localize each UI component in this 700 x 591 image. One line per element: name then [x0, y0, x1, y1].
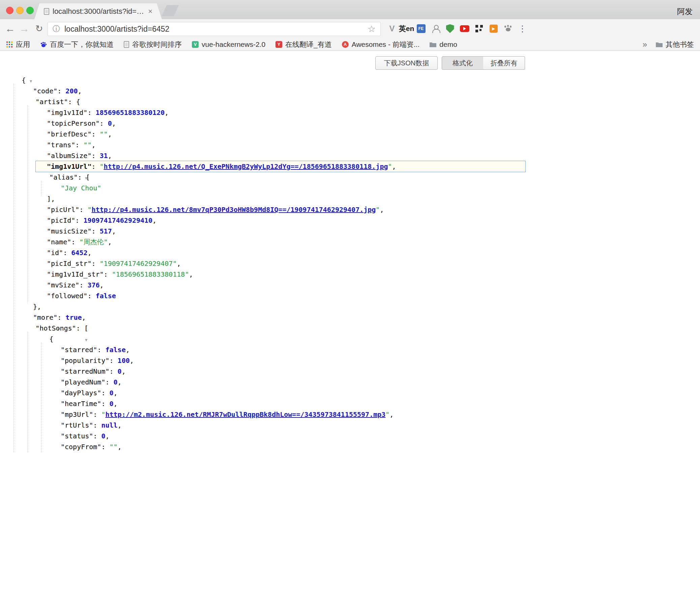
json-token: ,: [392, 162, 396, 170]
bookmark-google-sort[interactable]: 谷歌按时间排序: [124, 40, 182, 49]
bookmark-youdao-translate[interactable]: Y 在线翻译_有道: [275, 40, 332, 49]
qr-code-icon: [475, 25, 483, 32]
bookmark-label: demo: [439, 40, 457, 49]
json-line: "popularity": 100,: [0, 355, 700, 366]
bookmark-vue-hackernews[interactable]: V vue-hackernews-2.0: [192, 40, 265, 49]
json-token: :: [78, 173, 86, 181]
json-token: ,: [114, 400, 118, 408]
other-bookmarks-folder[interactable]: 其他书签: [656, 40, 694, 49]
site-info-icon[interactable]: ⓘ: [53, 24, 60, 34]
collapse-arrow-icon[interactable]: ▼: [85, 338, 87, 342]
json-token: :: [68, 98, 76, 106]
json-line: "img1v1Id": 18569651883380120,: [0, 107, 700, 118]
json-token: "picId_str": [47, 259, 91, 268]
youtube-extension-icon[interactable]: [459, 22, 470, 35]
json-token: ,: [165, 108, 169, 117]
tab-close-icon[interactable]: ×: [148, 7, 152, 16]
tree-guide-line: [27, 332, 28, 452]
reload-button[interactable]: ↻: [32, 22, 46, 35]
person-icon: [432, 25, 439, 32]
paw-extension-icon[interactable]: [502, 22, 514, 35]
json-token: :: [91, 259, 99, 268]
json-token: ,: [126, 346, 130, 354]
qr-extension-icon[interactable]: [473, 22, 485, 35]
json-token: 376: [87, 281, 99, 289]
bookmark-apps[interactable]: 应用: [6, 40, 30, 49]
json-token: ,: [118, 378, 122, 386]
bookmark-label: 在线翻译_有道: [285, 40, 332, 49]
url-text[interactable]: localhost:3000/artists?id=6452: [64, 25, 169, 34]
json-token: :: [97, 346, 105, 354]
json-token: :: [87, 108, 95, 117]
json-token: ,: [78, 87, 82, 95]
browser-tab[interactable]: localhost:3000/artists?id=645 ×: [34, 3, 162, 19]
apps-grid-icon: [6, 41, 13, 48]
browser-menu-button[interactable]: ⋮: [517, 22, 528, 35]
json-token: :: [79, 281, 87, 289]
json-token: :: [71, 238, 79, 246]
collapse-arrow-icon[interactable]: ▼: [30, 79, 32, 84]
format-button[interactable]: 格式化: [442, 56, 484, 70]
forward-button[interactable]: →: [18, 22, 31, 35]
json-url-link[interactable]: http://m2.music.126.net/RMJR7wDullRqppBk…: [105, 410, 385, 418]
json-token: ,: [87, 249, 91, 257]
json-token: ,: [114, 389, 118, 397]
extension-v-icon[interactable]: V: [386, 22, 398, 35]
json-token: ,: [380, 206, 384, 214]
fe-extension-icon[interactable]: FE: [415, 22, 427, 35]
close-window-button[interactable]: [6, 7, 13, 14]
json-token: :: [93, 432, 101, 440]
profile-extension-icon[interactable]: [430, 22, 441, 35]
download-json-button[interactable]: 下载JSON数据: [375, 56, 438, 70]
json-url-link[interactable]: http://p4.music.126.net/Q_ExePNkmgB2yWyL…: [104, 162, 388, 170]
json-line: "picId_str": "19097417462929407",: [0, 258, 700, 269]
shield-extension-icon[interactable]: [444, 22, 456, 35]
json-line: "hearTime": 0,: [0, 398, 700, 409]
minimize-window-button[interactable]: [16, 7, 24, 14]
json-token: "rtUrls": [61, 421, 93, 429]
folder-icon: [656, 41, 663, 48]
json-token: ,: [152, 216, 156, 224]
json-token: 0: [114, 378, 118, 386]
json-token: "img1v1Id": [47, 108, 87, 117]
address-bar[interactable]: ⓘ localhost:3000/artists?id=6452 ☆: [48, 22, 381, 36]
json-token: "starred": [61, 346, 97, 354]
bookmark-label: 谷歌按时间排序: [132, 40, 182, 49]
json-line: "status": 0,: [0, 431, 700, 441]
bookmark-demo-folder[interactable]: demo: [430, 40, 457, 49]
json-line: ▼{: [0, 75, 700, 86]
json-line: "picId": 19097417462929410,: [0, 215, 700, 226]
translate-extension-icon[interactable]: 英en: [401, 22, 412, 35]
json-token: ,: [122, 367, 126, 375]
collapse-all-button[interactable]: 折叠所有: [483, 56, 525, 70]
json-line: ▼"artist": {: [0, 96, 700, 107]
json-token: :: [104, 270, 112, 278]
json-token: :: [93, 410, 101, 418]
bookmark-star-icon[interactable]: ☆: [368, 24, 376, 34]
bookmark-baidu[interactable]: 百度一下，你就知道: [40, 40, 114, 49]
json-token: "hearTime": [61, 400, 101, 408]
bookmark-label: Awesomes - 前端资...: [352, 40, 420, 49]
bookmark-label: 其他书签: [666, 40, 694, 49]
json-token: ,: [130, 356, 134, 365]
json-token: :: [105, 378, 113, 386]
json-line: "rtUrls": null,: [0, 420, 700, 431]
maximize-window-button[interactable]: [26, 7, 34, 14]
browser-user-name: 阿发: [677, 6, 693, 17]
json-token: ,: [118, 443, 122, 451]
player-icon: ▶: [490, 25, 498, 33]
json-url-link[interactable]: http://p4.music.126.net/8mv7qP30Pd3oHW8b…: [91, 206, 376, 214]
json-token: "playedNum": [61, 378, 105, 386]
player-extension-icon[interactable]: ▶: [488, 22, 499, 35]
json-token: 100: [118, 356, 130, 365]
json-token: 6452: [71, 249, 87, 257]
json-token: ],: [47, 195, 55, 203]
new-tab-button[interactable]: [162, 5, 179, 16]
bookmark-awesomes[interactable]: A Awesomes - 前端资...: [342, 40, 420, 49]
json-line: "followed": false: [0, 290, 700, 301]
json-token: :: [101, 443, 109, 451]
json-token: {: [49, 335, 53, 343]
json-token: 517: [100, 227, 112, 235]
bookmarks-overflow-icon[interactable]: »: [643, 40, 647, 49]
back-button[interactable]: ←: [3, 22, 17, 35]
